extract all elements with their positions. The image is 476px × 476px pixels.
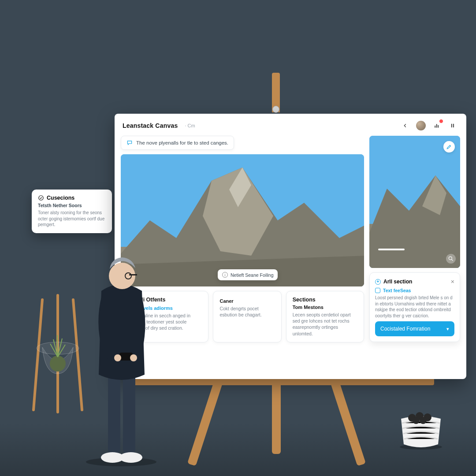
svg-point-21 <box>119 452 142 463</box>
floating-card-subtitle: Tetsth Nether Soors <box>38 203 106 208</box>
svg-line-35 <box>57 335 58 357</box>
person-illustration <box>77 238 165 467</box>
svg-rect-1 <box>435 126 435 128</box>
pencil-icon <box>446 144 452 150</box>
avatar-button[interactable] <box>415 120 427 131</box>
magnifier-icon <box>448 256 454 262</box>
chat-icon <box>126 140 133 146</box>
svg-point-43 <box>420 417 427 424</box>
back-button[interactable] <box>399 120 411 131</box>
app-window: Leanstack Canvas · Cm <box>115 114 466 379</box>
svg-line-28 <box>33 300 42 410</box>
card-label: Caner <box>219 298 275 304</box>
pause-button[interactable] <box>447 120 458 131</box>
svg-point-16 <box>449 257 452 260</box>
svg-rect-19 <box>123 370 135 454</box>
app-subtitle: · Cm <box>185 123 195 128</box>
floating-card-title-text: Cusecions <box>47 195 74 201</box>
svg-point-32 <box>50 356 66 372</box>
floating-card-title: Cusecions <box>38 195 106 201</box>
square-icon <box>375 288 380 293</box>
easel-knob <box>272 106 279 113</box>
tip-text: The nove plyenalls for tle to sted cange… <box>136 140 228 145</box>
pause-icon <box>450 123 456 129</box>
svg-point-42 <box>413 417 420 424</box>
hero-image-secondary[interactable] <box>369 136 460 268</box>
svg-line-29 <box>73 300 82 410</box>
svg-rect-5 <box>453 124 454 127</box>
svg-rect-4 <box>451 124 452 127</box>
edit-hero-button[interactable] <box>443 141 455 152</box>
svg-point-23 <box>114 354 121 361</box>
info-icon: i <box>222 272 228 278</box>
card-title: Sections <box>293 297 357 303</box>
floating-card-body: Toner alsty rooning for the seons octer … <box>38 210 106 228</box>
card-sections[interactable]: Sections Tom Mestons Lecen seopts cerdet… <box>286 291 364 342</box>
svg-point-24 <box>130 354 137 361</box>
svg-rect-2 <box>436 124 437 128</box>
check-circle-icon <box>38 195 44 201</box>
svg-point-0 <box>39 196 44 201</box>
basket-decoration <box>397 410 445 450</box>
tip-banner: The nove plyenalls for tle to sted cange… <box>121 136 234 150</box>
side-panel-body: Loost persned dngish brted Mele s on d i… <box>375 295 454 319</box>
plant-stand <box>29 282 86 414</box>
zoom-button[interactable] <box>446 254 456 264</box>
chevron-down-icon: ▾ <box>446 326 449 332</box>
card-subtitle: Tom Mestons <box>293 305 357 310</box>
card-body: Cokt dengrts pocet esbution be chagart. <box>219 305 275 318</box>
progress-line <box>378 249 405 250</box>
side-panel-add-section: + Arll section × Text feeSeas Loost pers… <box>369 272 460 342</box>
close-button[interactable]: × <box>451 278 454 285</box>
hero-tag-label: Netieft Seane Foiling <box>231 272 273 278</box>
app-title: Leanstack Canvas <box>123 122 178 129</box>
chevron-left-icon <box>402 123 408 129</box>
svg-rect-26 <box>129 274 137 275</box>
easel-ledge <box>126 378 434 385</box>
svg-rect-18 <box>108 370 120 454</box>
svg-rect-3 <box>438 125 439 128</box>
cta-button[interactable]: Cocistaled Fomration ▾ <box>375 321 454 336</box>
plus-circle-icon: + <box>375 279 381 285</box>
floating-card-cusecions: Cusecions Tetsth Nether Soors Toner alst… <box>32 190 112 233</box>
avatar-icon <box>416 121 426 130</box>
hero-tag[interactable]: i Netieft Seane Foiling <box>218 269 278 280</box>
side-panel-subtitle: Text feeSeas <box>375 288 454 293</box>
cta-label: Cocistaled Fomration <box>380 326 430 332</box>
side-panel-title: + Arll section <box>375 279 412 285</box>
app-header: Leanstack Canvas · Cm <box>115 114 466 136</box>
bar-chart-icon <box>434 123 440 129</box>
analytics-button[interactable] <box>431 120 443 131</box>
card-caner[interactable]: Caner Cokt dengrts pocet esbution be cha… <box>213 291 281 342</box>
card-body: Lecen seopts cerdetiol opart sed gre loh… <box>293 312 357 337</box>
